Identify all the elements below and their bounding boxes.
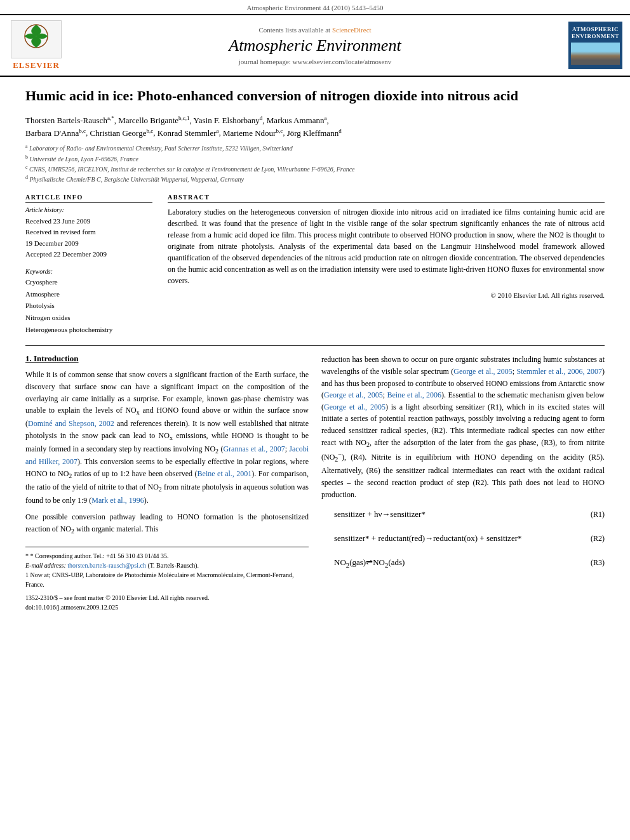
ref-beine2001[interactable]: Beine et al., 2001 [198, 469, 252, 478]
ref-george2005-3[interactable]: George et al., 2005 [324, 403, 385, 411]
author-marieme: Marieme Ndourb,c [223, 128, 283, 138]
equations-area: sensitizer + hν→sensitizer* (R1) sensiti… [321, 507, 605, 571]
keyword-atmosphere: Atmosphere [25, 288, 152, 300]
elsevier-logo: ELSEVIER [8, 20, 65, 70]
journal-title: Atmospheric Environment [71, 36, 559, 55]
author-konrad: Konrad Stemmlera [158, 128, 219, 138]
article-history: Article history: Received 23 June 2009 R… [25, 206, 152, 260]
page-wrapper: Atmospheric Environment 44 (2010) 5443–5… [0, 0, 630, 622]
journal-center-info: Contents lists available at ScienceDirec… [71, 26, 559, 65]
author-barbara: Barbara D'Annab,c [25, 128, 86, 138]
equation-r2: sensitizer* + reductant(red)→reductant(o… [321, 531, 605, 546]
article-title: Humic acid in ice: Photo-enhanced conver… [25, 87, 605, 105]
section-divider [25, 345, 605, 346]
ref-grannas[interactable]: Grannas et al., 2007 [223, 444, 285, 453]
abstract-label: ABSTRACT [168, 194, 605, 203]
keyword-photolysis: Photolysis [25, 300, 152, 312]
abstract-column: ABSTRACT Laboratory studies on the heter… [168, 194, 605, 336]
journal-header: ELSEVIER Contents lists available at Sci… [0, 14, 630, 77]
elsevier-brand-text: ELSEVIER [13, 60, 60, 70]
article-meta-section: ARTICLE INFO Article history: Received 2… [25, 194, 605, 336]
affiliation-b: b Université de Lyon, Lyon F-69626, Fran… [25, 154, 605, 164]
abstract-text: Laboratory studies on the heterogeneous … [168, 206, 605, 286]
sciencedirect-link: Contents lists available at ScienceDirec… [71, 26, 559, 34]
revised-date: Received in revised form19 December 2009 [25, 227, 152, 249]
equation-r1-label: (R1) [573, 510, 605, 519]
footnote-1: 1 Now at; CNRS-UBP, Laboratoire de Photo… [25, 570, 309, 589]
article-info-column: ARTICLE INFO Article history: Received 2… [25, 194, 152, 336]
citation-bar: Atmospheric Environment 44 (2010) 5443–5… [0, 0, 630, 14]
intro-paragraph-1: While it is of common sense that snow co… [25, 369, 309, 506]
keyword-cryosphere: Cryosphere [25, 276, 152, 288]
keywords-label: Keywords: [25, 268, 152, 275]
author-jorg: Jörg Kleffmannd [287, 128, 342, 138]
footnote-corresponding: * * Corresponding author. Tel.: +41 56 3… [25, 551, 309, 561]
keywords-list: Cryosphere Atmosphere Photolysis Nitroge… [25, 276, 152, 335]
atm-logo-title: ATMOSPHERICENVIRONMENT [572, 26, 619, 40]
history-label: Article history: [25, 206, 152, 213]
copyright-line: © 2010 Elsevier Ltd. All rights reserved… [168, 291, 605, 299]
atm-logo-box: ATMOSPHERICENVIRONMENT [568, 22, 622, 69]
intro-column-right: reduction has been shown to occur on pur… [321, 354, 605, 612]
journal-homepage: journal homepage: www.elsevier.com/locat… [71, 58, 559, 65]
ref-beine2006[interactable]: Beine et al., 2006 [387, 390, 441, 399]
equation-r2-content: sensitizer* + reductant(red)→reductant(o… [321, 533, 573, 543]
intro-column-left: 1. Introduction While it is of common se… [25, 354, 309, 612]
equation-r1-content: sensitizer + hν→sensitizer* [321, 509, 573, 519]
received-date: Received 23 June 2009 [25, 216, 152, 227]
affiliation-d: d Physikalische Chemie/FB C, Bergische U… [25, 174, 605, 184]
affiliation-a: a Laboratory of Radio- and Environmental… [25, 143, 605, 153]
intro-heading: 1. Introduction [25, 354, 309, 364]
ref-george2005[interactable]: George et al., 2005 [453, 367, 513, 376]
footnote-email: E-mail address: thorsten.bartels-rausch@… [25, 561, 309, 570]
keyword-photochemistry: Heterogeneous photochemistry [25, 324, 152, 336]
equation-r2-label: (R2) [573, 534, 605, 543]
authors: Thorsten Bartels-Rauscha,*, Marcello Bri… [25, 114, 605, 140]
equation-r1: sensitizer + hν→sensitizer* (R1) [321, 507, 605, 522]
author-markus: Markus Ammanna [267, 116, 327, 125]
ref-george2005-2[interactable]: George et al., 2005 [324, 390, 383, 399]
possibly-text: possibly [468, 414, 493, 423]
atm-logo: ATMOSPHERICENVIRONMENT [565, 22, 622, 69]
footnotes-area: * * Corresponding author. Tel.: +41 56 3… [25, 547, 309, 612]
sciencedirect-anchor[interactable]: ScienceDirect [332, 26, 372, 34]
equation-r3-content: NO2(gas)⇌NO2(ads) [321, 557, 573, 569]
elsevier-logo-image [11, 20, 62, 58]
ref-stemmler2006[interactable]: Stemmler et al., 2006, 2007 [517, 367, 603, 376]
author-thorsten: Thorsten Bartels-Rauscha,* [25, 116, 114, 125]
intro-paragraph-2: One possible conversion pathway leading … [25, 511, 309, 536]
affiliations: a Laboratory of Radio- and Environmental… [25, 143, 605, 184]
keyword-nitrogen: Nitrogen oxides [25, 312, 152, 324]
ref-mark[interactable]: Mark et al., 1996 [91, 496, 144, 505]
keywords-section: Keywords: Cryosphere Atmosphere Photolys… [25, 268, 152, 335]
equation-r3: NO2(gas)⇌NO2(ads) (R3) [321, 555, 605, 571]
main-content: 1. Introduction While it is of common se… [25, 354, 605, 612]
citation-text: Atmospheric Environment 44 (2010) 5443–5… [246, 4, 383, 11]
equation-r3-label: (R3) [573, 558, 605, 568]
atm-logo-image [571, 43, 620, 65]
author-yasin: Yasin F. Elshorbanyd [194, 116, 263, 125]
article-body: Humic acid in ice: Photo-enhanced conver… [0, 77, 630, 622]
article-info-label: ARTICLE INFO [25, 194, 152, 203]
right-paragraph-1: reduction has been shown to occur on pur… [321, 354, 605, 500]
footnote-email-link[interactable]: thorsten.bartels-rausch@psi.ch [67, 562, 146, 569]
ref-domine[interactable]: Dominé and Shepson, 2002 [28, 419, 114, 428]
author-marcello: Marcello Briganteb,c,1 [118, 116, 189, 125]
accepted-date: Accepted 22 December 2009 [25, 249, 152, 260]
author-christian: Christian Georgeb,c [90, 128, 154, 138]
issn-line: 1352-2310/$ – see front matter © 2010 El… [25, 593, 309, 612]
affiliation-c: c CNRS, UMR5256, IRCELYON, Institut de r… [25, 164, 605, 174]
